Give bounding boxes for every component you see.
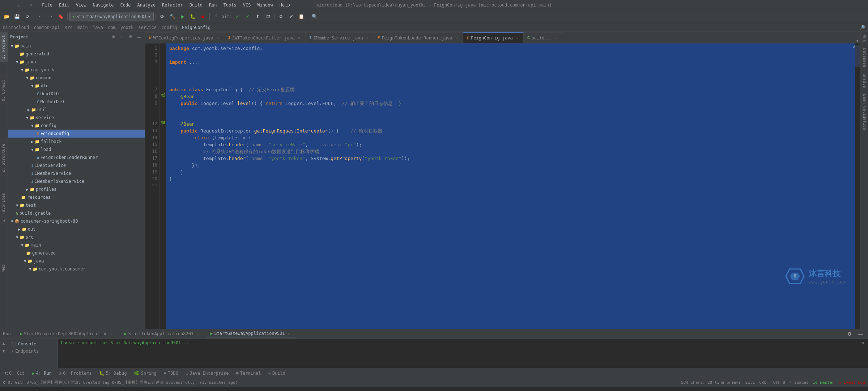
sidebar-tab-favorites[interactable]: 2: Favorites (0, 190, 8, 224)
tab-build[interactable]: G build... ✕ (524, 32, 563, 43)
tree-item-java[interactable]: ▼ 📁 java (8, 58, 145, 66)
tab-close-build[interactable]: ✕ (554, 35, 559, 41)
bottom-tab-todo[interactable]: ≡ TODO (161, 370, 181, 377)
scroll-indicator[interactable]: ∧ 2 ∨ (855, 43, 860, 329)
tree-item-memberdto[interactable]: C MemberDTO (8, 98, 145, 106)
bottom-tab-javaenterprise[interactable]: ☕ Java Enterprise (183, 370, 232, 377)
menu-code[interactable]: Code (118, 2, 134, 8)
panel-locate-button[interactable]: ⊕ (110, 33, 117, 41)
tab-feignconfig[interactable]: F FeignConfig.java ✕ (463, 32, 523, 43)
run-tab-close-gateway[interactable]: ✕ (286, 331, 292, 336)
run-settings-button[interactable]: ⚙ (845, 329, 854, 339)
tree-item-fallback[interactable]: ▶ 📁 fallback (8, 138, 145, 146)
tab-close-feignconfig[interactable]: ✕ (515, 35, 520, 41)
history-button[interactable]: 📋 (297, 12, 306, 21)
tree-item-resources[interactable]: 📁 resources (8, 193, 145, 201)
bottom-tab-build[interactable]: ⚒ Build (265, 370, 288, 377)
tab-close-feigntoken[interactable]: ✕ (454, 35, 459, 41)
breadcrumb-microcloud[interactable]: microcloud (3, 25, 29, 30)
tree-item-src[interactable]: ▼ 📁 src (8, 233, 145, 241)
menu-file[interactable]: File (39, 2, 55, 8)
status-git[interactable]: ⑆ 0: Git (3, 380, 22, 385)
bookmark-button[interactable]: 🔖 (56, 12, 65, 21)
panel-collapse-button[interactable]: ↕ (118, 33, 125, 41)
tree-item-imembertokenservice[interactable]: I IMemberTokenService (8, 177, 145, 185)
breadcrumb-yootk[interactable]: yootk (120, 25, 133, 30)
tree-item-common[interactable]: ▼ 📁 common (8, 74, 145, 82)
run-tab-provider[interactable]: ▶ StartProviderDept8002Application ✕ (16, 331, 118, 337)
forward-button[interactable]: → (46, 12, 55, 21)
menu-view[interactable]: View (73, 2, 89, 8)
run-config-dropdown[interactable]: ▶ StartGatewayApplication9501 ▼ (69, 12, 154, 21)
right-tab-beanvalidation[interactable]: Bean Validation (860, 91, 868, 133)
vcs-button[interactable]: ⤴ (212, 12, 221, 21)
tree-item-buildgradle[interactable]: G build.gradle (8, 209, 145, 217)
sidebar-tab-structure[interactable]: Z: Structure (0, 140, 8, 175)
git-check-1[interactable]: ✓ (233, 12, 242, 21)
breadcrumb-com[interactable]: com (108, 25, 116, 30)
tree-item-profiles[interactable]: ▶ 📁 profiles (8, 185, 145, 193)
run-tab-token[interactable]: ▶ StartTokenApplication8201 ✕ (120, 331, 204, 337)
console-settings-icon[interactable]: ⚙ (861, 340, 864, 345)
reload-button[interactable]: ⟳ (158, 12, 167, 21)
close-button[interactable]: ✕ (26, 0, 35, 10)
menu-help[interactable]: Help (277, 2, 293, 8)
menu-vcs[interactable]: VCS (240, 2, 254, 8)
run-minimize-button[interactable]: — (856, 329, 865, 339)
tree-item-feignconfig[interactable]: C FeignConfig (8, 130, 145, 138)
menu-navigate[interactable]: Navigate (90, 2, 117, 8)
panel-close-button[interactable]: — (136, 33, 143, 41)
sidebar-tab-web[interactable]: Web (0, 261, 8, 274)
tree-item-main[interactable]: ▼ 📁 main (8, 42, 145, 50)
breadcrumb-service[interactable]: service (138, 25, 157, 30)
window-controls[interactable]: ─ □ ✕ (3, 0, 35, 10)
tree-item-deptdto[interactable]: C DeptDTO (8, 90, 145, 98)
menu-edit[interactable]: Edit (56, 2, 72, 8)
back-button[interactable]: ← (36, 12, 45, 21)
tab-wtconfig[interactable]: W WTConfigProperties.java ✕ (145, 32, 224, 43)
minimize-button[interactable]: ─ (3, 0, 12, 10)
panel-settings-button[interactable]: ⚙ (127, 33, 134, 41)
tree-item-imemberservice[interactable]: I IMemberService (8, 169, 145, 177)
tree-item-consumer-generated[interactable]: 📁 generated (8, 249, 145, 257)
breadcrumb-current[interactable]: FeignConfig (182, 25, 210, 30)
console-tab-endpoints[interactable]: ⚡ Endpoints (7, 348, 58, 355)
run-tab-close-token[interactable]: ✕ (195, 331, 200, 336)
bottom-tab-run[interactable]: ▶ 4: Run (29, 370, 55, 377)
gutter-bean-12[interactable]: 🌿 (160, 119, 166, 126)
breadcrumb-config[interactable]: config (161, 25, 177, 30)
bottom-tab-problems[interactable]: ◎ 6: Problems (56, 370, 95, 377)
sidebar-tab-project[interactable]: 1: Project (0, 32, 8, 62)
sync-button[interactable]: ↺ (22, 12, 32, 21)
search-button[interactable]: 🔍 (310, 12, 319, 21)
breadcrumb-java[interactable]: java (93, 25, 103, 30)
tree-item-generated[interactable]: 📁 generated (8, 50, 145, 58)
maximize-button[interactable]: □ (14, 0, 24, 10)
tab-dropdown-icon[interactable]: ▼ (856, 38, 859, 43)
tab-jwttoken[interactable]: J JWTTokenCheckFilter.java ✕ (224, 32, 306, 43)
tree-item-load[interactable]: ▼ 📁 load (8, 146, 145, 154)
bottom-tab-terminal[interactable]: ⊞ Terminal (233, 370, 264, 377)
bottom-tab-debug[interactable]: 🐛 5: Debug (96, 370, 130, 377)
open-button[interactable]: 📂 (2, 12, 12, 21)
menu-window[interactable]: Window (254, 2, 276, 8)
status-branch[interactable]: ⎇ master (813, 380, 834, 385)
git-check-2[interactable]: ✓ (243, 12, 252, 21)
code-content[interactable]: package com.yootk.service.config; import… (166, 43, 855, 329)
tree-item-service[interactable]: ▼ 📁 service (8, 114, 145, 122)
right-tab-database[interactable]: Database (860, 45, 868, 71)
tasks-button[interactable]: ✔ (286, 12, 296, 21)
tree-item-consumer-main[interactable]: ▼ 📁 main (8, 241, 145, 249)
menu-run[interactable]: Run (206, 2, 220, 8)
breadcrumb-main[interactable]: main (77, 25, 88, 30)
status-eventlog[interactable]: ⚠ Event Log (839, 380, 865, 385)
console-tab-console[interactable]: ⬛ Console (7, 340, 58, 348)
tab-close-imember[interactable]: ✕ (365, 35, 370, 41)
run-button[interactable]: ▶ (178, 12, 187, 21)
tree-item-util[interactable]: ▶ 📁 util (8, 106, 145, 114)
run-tab-close-provider[interactable]: ✕ (109, 331, 114, 336)
run-tab-gateway[interactable]: ▶ StartGatewayApplication9501 ✕ (207, 330, 295, 337)
menu-analyze[interactable]: Analyze (134, 2, 158, 8)
tree-item-ideptservice[interactable]: I IDeptService (8, 161, 145, 169)
menu-refactor[interactable]: Refactor (159, 2, 186, 8)
